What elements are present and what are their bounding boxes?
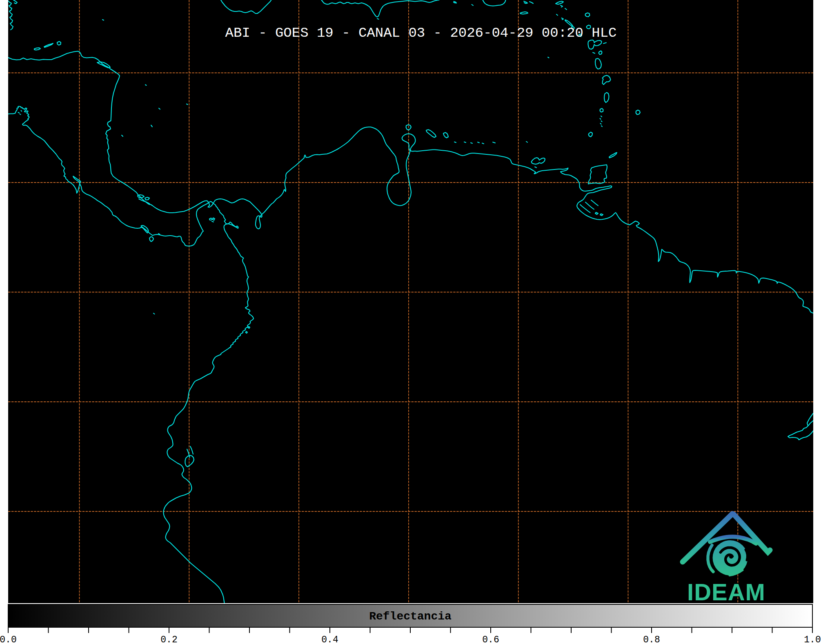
svg-text:0.0: 0.0 [0,635,17,644]
svg-text:IDEAM: IDEAM [687,579,765,605]
svg-text:0.2: 0.2 [160,635,177,644]
svg-text:Reflectancia: Reflectancia [369,610,452,623]
svg-text:1.0: 1.0 [804,635,821,644]
svg-text:0.4: 0.4 [321,635,338,644]
svg-text:0.6: 0.6 [482,635,499,644]
svg-text:0.8: 0.8 [643,635,660,644]
svg-text:ABI - GOES 19 - CANAL 03 - 202: ABI - GOES 19 - CANAL 03 - 2026-04-29 00… [225,25,617,41]
